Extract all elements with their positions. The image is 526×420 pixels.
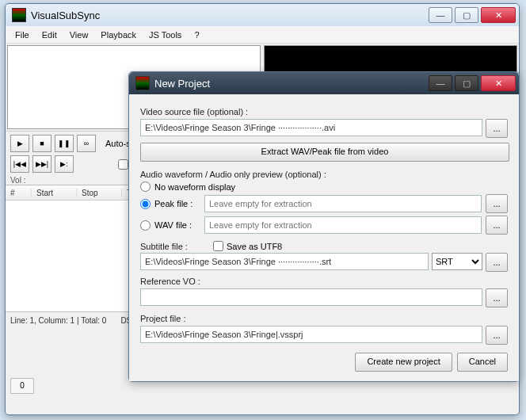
counter: 0 <box>10 378 34 394</box>
menu-playback[interactable]: Playback <box>94 29 143 41</box>
video-source-input[interactable] <box>140 119 482 136</box>
close-button[interactable]: ✕ <box>481 7 516 23</box>
wav-file-radio[interactable] <box>140 220 151 231</box>
prev-button[interactable]: |◀◀ <box>10 155 29 173</box>
save-utf8-label: Save as UTF8 <box>227 242 282 251</box>
subtitle-label: Subtitle file : <box>140 242 188 251</box>
menu-view[interactable]: View <box>63 29 95 41</box>
save-utf8-checkbox[interactable] <box>213 241 223 251</box>
menu-jstools[interactable]: JS Tools <box>143 29 188 41</box>
col-stop[interactable]: Stop <box>77 189 122 197</box>
play2-button[interactable]: ▶: <box>55 155 74 173</box>
video-browse-button[interactable]: ... <box>486 119 508 138</box>
no-waveform-radio[interactable] <box>140 181 151 192</box>
stop-button[interactable]: ■ <box>32 135 51 152</box>
project-label: Project file : <box>140 314 508 323</box>
loop-button[interactable]: ∞ <box>77 135 96 152</box>
app-icon <box>12 8 26 22</box>
dialog-titlebar: New Project — ▢ ✕ <box>129 72 519 94</box>
peak-file-radio[interactable] <box>140 199 151 209</box>
no-waveform-label: No waveform display <box>154 182 235 192</box>
subtitle-format-select[interactable]: SRT <box>432 253 482 270</box>
status-line: Line: 1, Column: 1 | Total: 0 <box>10 316 106 325</box>
main-title: VisualSubSync <box>31 10 429 21</box>
peak-file-label: Peak file : <box>154 199 197 208</box>
menu-help[interactable]: ? <box>188 29 205 41</box>
audio-label: Audio waveform / Audio only preview (opt… <box>140 170 508 179</box>
vol-label: Vol : <box>10 176 25 185</box>
play-button[interactable]: ▶ <box>10 135 29 152</box>
wav-browse-button[interactable]: ... <box>486 216 508 235</box>
col-start[interactable]: Start <box>32 189 77 197</box>
minimize-button[interactable]: — <box>429 7 452 23</box>
reference-input[interactable] <box>140 288 482 306</box>
project-file-input[interactable] <box>140 326 482 343</box>
col-n[interactable]: # <box>6 189 32 197</box>
reference-label: Reference VO : <box>140 277 508 286</box>
video-source-label: Video source file (optional) : <box>140 107 508 116</box>
dialog-minimize-button[interactable]: — <box>429 75 452 91</box>
menubar: File Edit View Playback JS Tools ? <box>6 26 519 44</box>
peak-file-input[interactable] <box>204 195 482 212</box>
pause-button[interactable]: ❚❚ <box>55 135 74 152</box>
wav-file-label: WAV file : <box>154 220 197 230</box>
main-titlebar: VisualSubSync — ▢ ✕ <box>6 4 519 26</box>
extract-button[interactable]: Extract WAV/Peak file from video <box>140 143 509 162</box>
subtitle-file-input[interactable] <box>140 253 429 270</box>
dialog-close-button[interactable]: ✕ <box>481 75 516 91</box>
subtitles-checkbox[interactable] <box>118 159 128 170</box>
subtitle-browse-button[interactable]: ... <box>486 253 508 272</box>
create-project-button[interactable]: Create new project <box>355 353 452 372</box>
new-project-dialog: New Project — ▢ ✕ Video source file (opt… <box>128 71 520 382</box>
dialog-title: New Project <box>154 78 429 90</box>
wav-file-input[interactable] <box>204 216 482 234</box>
menu-file[interactable]: File <box>9 29 36 41</box>
peak-browse-button[interactable]: ... <box>486 194 508 213</box>
dialog-icon <box>135 76 150 90</box>
dialog-maximize-button[interactable]: ▢ <box>455 75 478 91</box>
next-button[interactable]: ▶▶| <box>32 155 51 173</box>
project-browse-button[interactable]: ... <box>486 326 508 345</box>
menu-edit[interactable]: Edit <box>36 29 63 41</box>
dialog-body: Video source file (optional) : ... Extra… <box>129 94 519 381</box>
maximize-button[interactable]: ▢ <box>455 7 478 23</box>
cancel-button[interactable]: Cancel <box>457 353 508 372</box>
reference-browse-button[interactable]: ... <box>486 288 508 307</box>
